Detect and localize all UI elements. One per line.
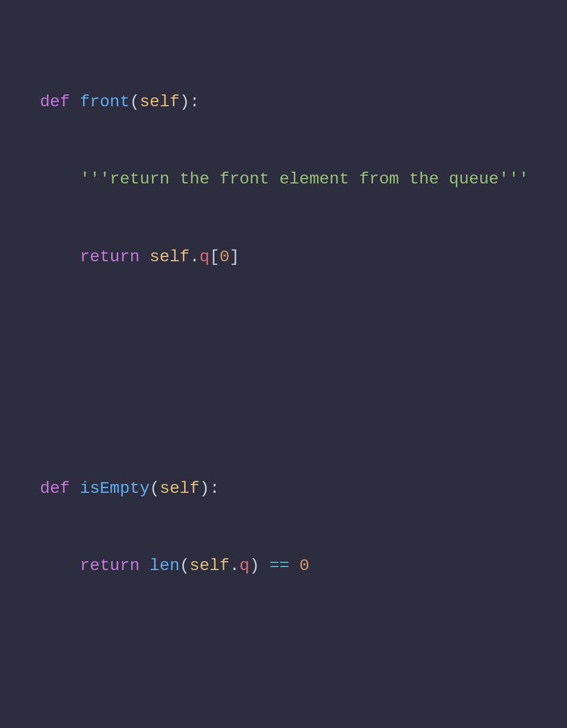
code-line-blank-3	[0, 708, 567, 728]
token-fn-front: front	[80, 93, 129, 111]
code-line-blank-1	[0, 321, 567, 347]
code-line-1: def front(self):	[0, 89, 567, 115]
code-line-4	[0, 398, 567, 424]
code-line-5: def isEmpty(self):	[0, 476, 567, 501]
token-docstring: '''return the front element from the que…	[80, 170, 528, 188]
code-line-blank-2	[0, 630, 567, 656]
code-editor: def front(self): '''return the front ele…	[0, 6, 567, 728]
code-line-2: '''return the front element from the que…	[0, 166, 567, 192]
code-line-6: return len(self.q) == 0	[0, 553, 567, 578]
token-def: def	[40, 93, 69, 111]
code-line-3: return self.q[0]	[0, 244, 567, 270]
